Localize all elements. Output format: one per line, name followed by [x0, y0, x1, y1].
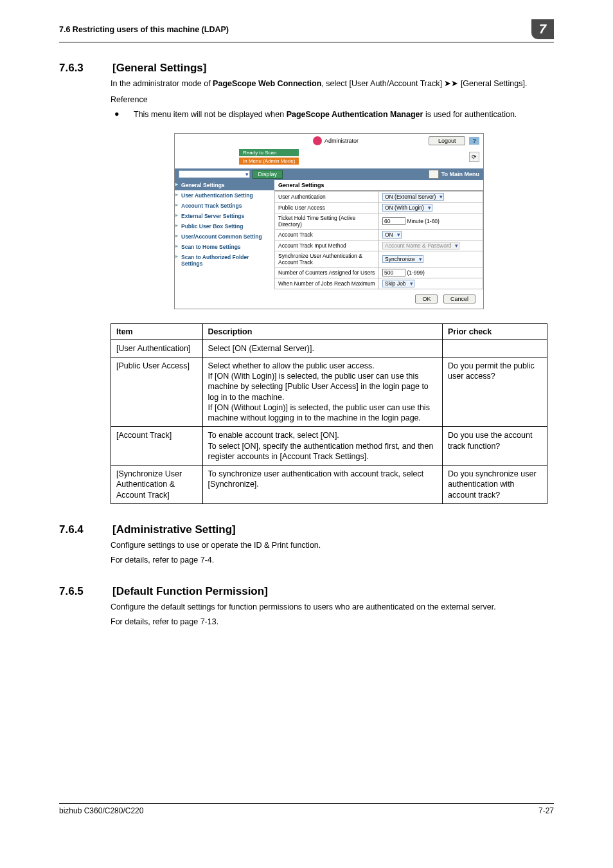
row-account-track: Account Track ON	[275, 229, 483, 240]
section-number: 7.6.3	[59, 62, 94, 75]
device-status: Ready to Scan In Menu (Admin Mode)	[239, 149, 299, 165]
sync-select[interactable]: Synchronize	[382, 255, 423, 263]
account-track-select[interactable]: ON	[382, 231, 402, 239]
row-sync: Synchronize User Authentication & Accoun…	[275, 251, 483, 267]
page-header: 7.6 Restricting users of this machine (L…	[59, 19, 554, 42]
section-number: 7.6.5	[59, 585, 94, 598]
section-764-heading: 7.6.4 [Administrative Setting]	[59, 523, 554, 536]
counters-input[interactable]: 500	[382, 269, 405, 276]
th-prior: Prior check	[443, 323, 547, 339]
section-764-p2: For details, refer to page 7-4.	[111, 555, 547, 566]
th-item: Item	[111, 323, 203, 339]
table-row: [User Authentication] Select [ON (Extern…	[111, 339, 547, 357]
side-nav: General Settings User Authentication Set…	[175, 180, 274, 309]
admin-icon	[313, 136, 322, 145]
sidebar-item-ext-server[interactable]: External Server Settings	[175, 211, 274, 221]
reference-bullet: ● This menu item will not be displayed w…	[111, 109, 547, 120]
section-765-p1: Configure the default settings for funct…	[111, 602, 547, 613]
ok-button[interactable]: OK	[415, 294, 438, 303]
sidebar-item-scan-auth-folder[interactable]: Scan to Authorized Folder Settings	[175, 252, 274, 269]
row-user-auth: User Authentication ON (External Server)	[275, 191, 483, 202]
section-765-p2: For details, refer to page 7-13.	[111, 617, 547, 628]
section-dropdown[interactable]: User Auth/Account Track	[179, 170, 250, 178]
refresh-icon[interactable]: ⟳	[469, 152, 479, 162]
sidebar-item-user-auth-setting[interactable]: User Authentication Setting	[175, 190, 274, 201]
help-icon[interactable]: ?	[469, 137, 479, 145]
logout-button[interactable]: Logout	[429, 136, 466, 145]
section-765-heading: 7.6.5 [Default Function Permission]	[59, 585, 554, 598]
row-public-user: Public User Access ON (With Login)	[275, 202, 483, 213]
sidebar-item-scan-home[interactable]: Scan to Home Settings	[175, 242, 274, 252]
table-row: [Public User Access] Select whether to a…	[111, 357, 547, 427]
section-number: 7.6.4	[59, 523, 94, 536]
jobs-max-select[interactable]: Skip Job	[382, 280, 414, 287]
section-title: [Default Function Permission]	[112, 585, 268, 598]
table-row: [Account Track] To enable account track,…	[111, 427, 547, 466]
bullet-dot-icon: ●	[111, 109, 134, 120]
th-desc: Description	[202, 323, 442, 339]
section-763-heading: 7.6.3 [General Settings]	[59, 62, 554, 75]
user-auth-select[interactable]: ON (External Server)	[382, 193, 444, 201]
section-title: [General Settings]	[112, 62, 206, 75]
footer-page: 7-27	[538, 806, 554, 815]
settings-description-table: Item Description Prior check [User Authe…	[111, 323, 547, 504]
display-button[interactable]: Display	[253, 170, 283, 179]
section-763-intro: In the administrator mode of PageScope W…	[111, 78, 547, 89]
row-at-input-method: Account Track Input Method Account Name …	[275, 240, 483, 251]
reference-label: Reference	[111, 95, 547, 105]
sidebar-item-public-user-box[interactable]: Public User Box Setting	[175, 221, 274, 231]
header-section-path: 7.6 Restricting users of this machine (L…	[59, 25, 229, 34]
row-jobs-max: When Number of Jobs Reach Maximum Skip J…	[275, 278, 483, 289]
section-764-p1: Configure settings to use or operate the…	[111, 540, 547, 551]
sidebar-item-account-track[interactable]: Account Track Settings	[175, 201, 274, 211]
chapter-badge: 7	[531, 19, 554, 39]
at-input-method-select[interactable]: Account Name & Password	[382, 242, 459, 249]
to-main-menu[interactable]: To Main Menu	[429, 170, 479, 179]
menu-icon	[429, 170, 439, 179]
page-footer: bizhub C360/C280/C220 7-27	[59, 803, 554, 815]
panel-title: General Settings	[274, 180, 483, 191]
admin-label: Administrator	[313, 136, 359, 145]
row-ticket-hold: Ticket Hold Time Setting (Active Directo…	[275, 213, 483, 229]
cancel-button[interactable]: Cancel	[443, 294, 475, 303]
public-user-select[interactable]: ON (With Login)	[382, 204, 432, 212]
ticket-hold-input[interactable]: 60	[382, 217, 405, 225]
footer-model: bizhub C360/C280/C220	[59, 806, 143, 815]
sidebar-item-user-account-common[interactable]: User/Account Common Setting	[175, 231, 274, 242]
row-counters: Number of Counters Assigned for Users 50…	[275, 267, 483, 278]
section-title: [Administrative Setting]	[112, 523, 236, 536]
sidebar-item-general-settings[interactable]: General Settings	[175, 180, 274, 190]
table-row: [Synchronize User Authentication & Accou…	[111, 466, 547, 504]
embedded-screenshot: Administrator Logout ? Ready to Scan In …	[174, 133, 484, 309]
